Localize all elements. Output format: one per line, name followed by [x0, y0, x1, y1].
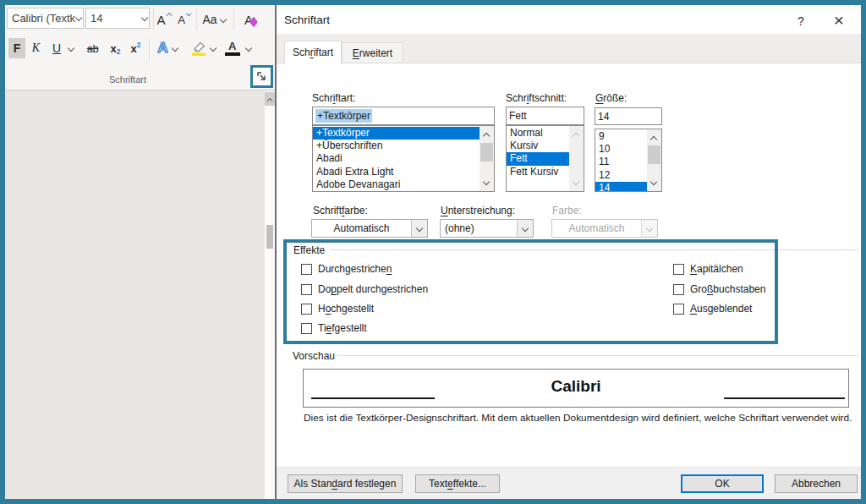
- scrollbar-thumb[interactable]: [266, 225, 273, 249]
- list-item[interactable]: 9: [595, 130, 647, 143]
- separator: [233, 8, 234, 30]
- caret-down-icon: [186, 11, 192, 17]
- scrollbar-thumb[interactable]: [648, 145, 660, 164]
- list-item[interactable]: Kursiv: [507, 140, 569, 152]
- chevron-down-icon[interactable]: [210, 45, 217, 52]
- chevron-down-icon[interactable]: [68, 45, 75, 52]
- list-item[interactable]: Normal: [507, 127, 569, 140]
- separator: [149, 39, 150, 61]
- text-effects-button[interactable]: A: [154, 38, 183, 58]
- set-default-button[interactable]: Als Standard festlegen: [288, 474, 403, 493]
- separator: [196, 8, 197, 30]
- font-name-combobox[interactable]: Calibri (Textk: [7, 8, 84, 29]
- font-size-listbox[interactable]: 9 10 11 12 14: [595, 129, 662, 192]
- list-item[interactable]: 12: [595, 169, 647, 182]
- scrollbar-thumb[interactable]: [480, 143, 493, 162]
- preview-description: Dies ist die Textkörper-Designschriftart…: [304, 412, 855, 424]
- list-item[interactable]: 14: [595, 182, 647, 192]
- ok-button[interactable]: OK: [681, 474, 764, 493]
- chevron-up-icon: [266, 96, 272, 101]
- vertical-scrollbar[interactable]: [265, 91, 275, 499]
- italic-label: K: [32, 41, 40, 55]
- list-item[interactable]: 11: [595, 156, 647, 168]
- clear-formatting-button[interactable]: A: [237, 9, 260, 30]
- list-item[interactable]: Fett: [507, 152, 569, 165]
- font-label: Schriftart:: [312, 92, 355, 104]
- list-item[interactable]: Abadi Extra Light: [313, 166, 480, 178]
- chevron-down-icon[interactable]: [172, 45, 179, 52]
- help-button[interactable]: ?: [789, 10, 813, 32]
- group-line: [337, 355, 858, 356]
- tab-erweitert[interactable]: Erweitert: [342, 42, 403, 63]
- grow-font-button[interactable]: A: [156, 9, 174, 30]
- ribbon-font-group: Calibri (Textk 14 A A Aa A: [5, 5, 275, 90]
- chevron-down-icon: [416, 225, 424, 233]
- font-size-input[interactable]: 14: [595, 107, 662, 125]
- preview-rule-right: [724, 397, 845, 399]
- text-effects-label: A: [157, 40, 167, 57]
- listbox-scrollbar[interactable]: [480, 126, 494, 191]
- font-size-value: 14: [86, 12, 141, 25]
- chevron-down-icon[interactable]: [141, 14, 149, 22]
- font-size-combobox[interactable]: 14: [85, 8, 150, 29]
- subscript-button[interactable]: x2: [107, 38, 124, 58]
- chevron-down-icon[interactable]: [75, 14, 83, 22]
- scrollbar-up-button[interactable]: [265, 92, 275, 106]
- font-color-swatch: [225, 52, 240, 56]
- chevron-down-icon[interactable]: [650, 178, 658, 186]
- shrink-font-button[interactable]: A: [176, 9, 195, 30]
- font-style-listbox[interactable]: Normal Kursiv Fett Fett Kursiv: [506, 125, 584, 192]
- listbox-scrollbar[interactable]: [647, 129, 661, 191]
- ribbon-group-label: Schriftart: [5, 74, 250, 85]
- font-color-dropdown[interactable]: Automatisch: [311, 219, 428, 238]
- close-button[interactable]: ×: [823, 8, 855, 32]
- list-item[interactable]: Fett Kursiv: [507, 166, 569, 178]
- bold-button[interactable]: F: [8, 38, 25, 58]
- caret-up-icon: [167, 11, 173, 17]
- chevron-up-icon[interactable]: [483, 130, 491, 138]
- font-style-input[interactable]: Fett: [506, 107, 584, 125]
- preview-box: Calibri: [303, 369, 849, 408]
- dialog-launcher-icon[interactable]: [255, 70, 268, 83]
- chevron-down-icon: [646, 225, 654, 233]
- cancel-button[interactable]: Abbrechen: [775, 474, 858, 493]
- chevron-down-icon: [573, 178, 580, 186]
- font-color-label: Schriftfarbe:: [313, 205, 368, 216]
- underline-style-dropdown[interactable]: (ohne): [440, 219, 534, 238]
- chevron-down-icon[interactable]: [483, 178, 491, 186]
- screenshot-frame: Calibri (Textk 14 A A Aa A: [0, 0, 866, 504]
- dropdown-value: (ohne): [441, 222, 517, 234]
- strikethrough-button[interactable]: ab: [83, 38, 102, 58]
- italic-button[interactable]: K: [28, 38, 44, 58]
- tab-schriftart[interactable]: Schriftart: [284, 41, 342, 63]
- font-name-input[interactable]: +Textkörper: [312, 107, 495, 125]
- font-color-button[interactable]: A: [223, 38, 255, 58]
- dropdown-button: [641, 220, 657, 237]
- change-case-button[interactable]: Aa: [200, 9, 230, 30]
- font-color-label: A: [228, 40, 236, 52]
- text-effects-button[interactable]: Texteffekte...: [415, 474, 500, 493]
- dropdown-value: Automatisch: [552, 222, 641, 234]
- font-name-listbox[interactable]: +Textkörper +Überschriften Abadi Abadi E…: [312, 125, 495, 192]
- list-item[interactable]: 10: [595, 143, 647, 156]
- list-item[interactable]: Adobe Devanagari: [313, 178, 480, 191]
- listbox-scrollbar[interactable]: [569, 126, 584, 191]
- list-item[interactable]: Abadi: [313, 152, 480, 165]
- superscript-button[interactable]: x2: [127, 38, 145, 58]
- tab-label: Schriftart: [293, 47, 333, 58]
- button-label: Als Standard festlegen: [294, 478, 397, 490]
- chevron-down-icon[interactable]: [245, 45, 253, 52]
- list-item[interactable]: +Überschriften: [313, 140, 480, 152]
- dropdown-button[interactable]: [411, 220, 427, 237]
- superscript-label: x: [131, 42, 137, 55]
- chevron-down-icon: [220, 16, 227, 24]
- text-highlight-button[interactable]: [187, 38, 219, 58]
- dropdown-button[interactable]: [517, 220, 533, 237]
- underline-color-label: Farbe:: [552, 205, 582, 216]
- underline-color-dropdown: Automatisch: [551, 219, 658, 238]
- annotation-highlight-box: [250, 65, 273, 88]
- list-item[interactable]: +Textkörper: [313, 127, 480, 140]
- chevron-up-icon[interactable]: [650, 134, 658, 141]
- underline-button[interactable]: U: [47, 38, 80, 58]
- input-value: 14: [598, 111, 609, 123]
